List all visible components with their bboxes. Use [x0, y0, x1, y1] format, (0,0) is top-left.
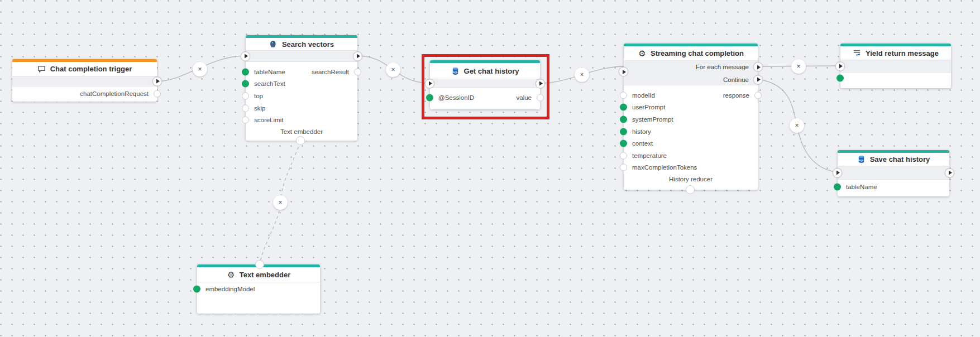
exec-in-port[interactable] — [619, 67, 628, 76]
exec-out-row: For each message — [624, 61, 758, 74]
exec-in-port[interactable] — [835, 61, 845, 71]
exec-out-port[interactable] — [152, 76, 162, 86]
node-title: Save chat history — [870, 155, 930, 163]
input-port-systemPrompt[interactable] — [620, 115, 627, 123]
input-label: systemPrompt — [632, 116, 673, 123]
input-port-temperature[interactable] — [620, 152, 627, 159]
exec-out-port[interactable] — [945, 168, 954, 177]
exec-in-port[interactable] — [241, 51, 250, 61]
port-row: modelId response — [624, 89, 758, 102]
node-yield-return-message[interactable]: Yield return message — [840, 44, 951, 88]
delete-connection-button[interactable]: × — [790, 118, 804, 133]
port-row: chatCompletionRequest — [12, 87, 157, 100]
text-embedder-slot-port[interactable] — [296, 136, 305, 145]
exec-out-port-for-each-message[interactable] — [753, 62, 763, 72]
node-streaming-chat-completion[interactable]: ⚙ Streaming chat completion For each mes… — [624, 44, 758, 190]
delete-connection-button[interactable]: × — [575, 68, 589, 82]
exec-band — [840, 60, 951, 73]
node-get-chat-history[interactable]: SQL Get chat history @SessionID value — [430, 60, 540, 109]
node-header: Yield return message — [840, 46, 951, 60]
chat-bubble-icon — [37, 65, 46, 74]
exec-out-port[interactable] — [536, 79, 545, 88]
input-label: modelId — [632, 92, 655, 99]
node-title: Streaming chat completion — [651, 49, 744, 57]
input-port-scoreLimit[interactable] — [242, 117, 249, 124]
exec-out-row: Continue — [624, 74, 758, 86]
delete-connection-button[interactable]: × — [193, 62, 207, 76]
port-row: top — [246, 90, 357, 102]
input-port-embeddingModel[interactable] — [193, 286, 200, 293]
input-port-tableName[interactable] — [242, 68, 249, 75]
sql-database-icon: SQL — [451, 66, 460, 75]
input-label: skip — [254, 105, 265, 112]
node-text-embedder[interactable]: ⚙ Text embedder embeddingModel — [197, 264, 320, 314]
output-label: searchResult — [312, 69, 349, 75]
exec-band — [838, 166, 949, 180]
port-row: skip — [246, 102, 357, 114]
output-port-response[interactable] — [754, 92, 762, 99]
exec-out-label: Continue — [723, 76, 749, 83]
output-port-searchResult[interactable] — [354, 68, 361, 75]
input-label: @SessionID — [438, 94, 474, 101]
exec-in-port[interactable] — [425, 79, 434, 88]
input-port-sessionid[interactable] — [426, 94, 433, 102]
exec-out-port[interactable] — [353, 51, 362, 61]
input-port-modelId[interactable] — [620, 92, 627, 99]
node-header: ⚙ Text embedder — [197, 267, 320, 282]
node-header: ⚙ Streaming chat completion — [624, 46, 758, 60]
delete-connection-button[interactable]: × — [273, 195, 288, 210]
node-title: Text embedder — [240, 271, 291, 279]
node-title: Yield return message — [866, 49, 939, 57]
svg-text:SQL: SQL — [453, 70, 458, 73]
svg-text:SQL: SQL — [859, 159, 864, 162]
input-label: maxCompletionTokens — [632, 164, 697, 171]
node-header: Search vectors — [246, 38, 357, 50]
node-title: Chat completion trigger — [50, 65, 132, 73]
text-embedder-slot-label: Text embedder — [246, 126, 357, 137]
exec-in-port[interactable] — [833, 168, 842, 177]
exec-out-port-continue[interactable] — [753, 75, 763, 84]
input-port-skip[interactable] — [242, 104, 249, 112]
output-label: chatCompletionRequest — [80, 90, 149, 97]
node-header: SQL Save chat history — [838, 153, 949, 166]
workflow-canvas[interactable]: × × × × × × Chat completion trigger chat… — [0, 0, 980, 337]
input-port-searchText[interactable] — [242, 80, 249, 88]
input-port-top[interactable] — [242, 92, 249, 99]
embedder-out-port[interactable] — [255, 260, 264, 269]
openai-logo-icon: ⚙ — [638, 49, 647, 58]
input-port-message[interactable] — [836, 75, 844, 82]
input-label: tableName — [846, 184, 877, 190]
output-port-chatCompletionRequest[interactable] — [154, 90, 161, 98]
delete-connection-button[interactable]: × — [386, 62, 400, 77]
connections-layer — [0, 0, 980, 337]
input-label: top — [254, 93, 263, 99]
port-row: tableName — [838, 181, 949, 192]
port-row: temperature — [624, 150, 758, 162]
port-row — [840, 73, 951, 84]
exec-band — [12, 76, 157, 86]
port-row: embeddingModel — [197, 283, 320, 295]
yield-return-icon — [853, 49, 862, 57]
node-chat-completion-trigger[interactable]: Chat completion trigger chatCompletionRe… — [12, 59, 157, 102]
port-row: systemPrompt — [624, 113, 758, 126]
node-save-chat-history[interactable]: SQL Save chat history tableName — [838, 150, 949, 196]
exec-out-label: For each message — [696, 64, 749, 70]
input-label: context — [632, 140, 653, 147]
node-title: Search vectors — [282, 40, 334, 49]
input-port-maxCompletionTokens[interactable] — [620, 164, 627, 171]
delete-connection-button[interactable]: × — [791, 59, 806, 74]
port-row: tableName searchResult — [246, 66, 357, 78]
postgresql-elephant-icon — [269, 40, 278, 49]
sql-database-icon: SQL — [857, 155, 866, 164]
output-label: response — [723, 92, 749, 99]
history-reducer-slot-port[interactable] — [686, 185, 695, 194]
input-port-userPrompt[interactable] — [620, 104, 627, 111]
input-port-tableName[interactable] — [834, 184, 841, 191]
output-port-value[interactable] — [537, 94, 544, 102]
node-search-vectors[interactable]: Search vectors tableName searchResult se… — [246, 35, 357, 141]
output-label: value — [517, 94, 532, 101]
history-reducer-slot-label: History reducer — [624, 174, 758, 185]
input-port-history[interactable] — [620, 128, 627, 135]
input-label: tableName — [254, 69, 285, 75]
input-port-context[interactable] — [620, 140, 627, 147]
